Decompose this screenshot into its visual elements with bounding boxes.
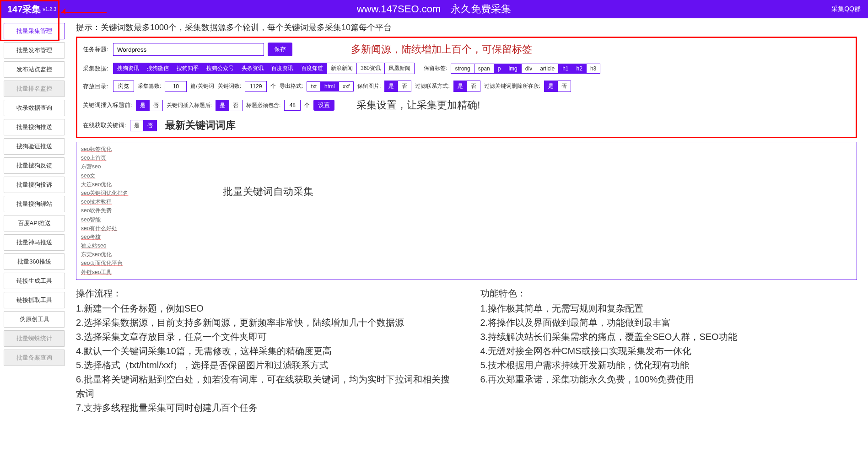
features-title: 功能特色： [480, 286, 857, 301]
tag-pill-div[interactable]: div [522, 64, 536, 74]
title-must-input[interactable] [284, 100, 301, 111]
keep-img-label: 保留图片: [357, 82, 381, 90]
kwaf-pill-是[interactable]: 是 [216, 100, 229, 111]
features-column: 功能特色： 1.操作极其简单，无需写规则和复杂配置2.将操作以及界面做到最简单，… [480, 286, 857, 415]
task-title-input[interactable] [113, 43, 264, 56]
sidebar-item-9[interactable]: 批量搜狗绑站 [4, 196, 65, 212]
sidebar-item-1[interactable]: 批量发布管理 [4, 42, 65, 59]
sidebar-item-17: 批量备案查询 [4, 350, 65, 366]
keepimg-pill-否[interactable]: 否 [398, 81, 411, 92]
fkwsec-pill-否[interactable]: 否 [558, 81, 571, 92]
task-title-label: 任务标题: [83, 45, 109, 54]
source-pill-百度资讯[interactable]: 百度资讯 [268, 63, 297, 74]
sources-group: 搜狗资讯搜狗微信搜狗知乎搜狗公众号头条资讯百度资讯百度知道新浪新闻360资讯凤凰… [113, 63, 415, 74]
sidebar-item-3: 批量排名监控 [4, 81, 65, 97]
tag-pill-h1[interactable]: h1 [559, 64, 572, 74]
source-pill-百度知道[interactable]: 百度知道 [297, 63, 327, 74]
header-center-text: www.147SEO.com 永久免费采集 [357, 2, 511, 16]
kw-count-label: 关键词数: [218, 82, 241, 90]
keyword-item: seo考核 [81, 233, 852, 242]
tag-pill-h3[interactable]: h3 [587, 64, 600, 74]
red-arrow-icon [61, 6, 107, 17]
kw-after-title-label: 关键词插入标题后: [167, 102, 212, 109]
fcontact-pill-否[interactable]: 否 [467, 81, 480, 92]
per-kw-input[interactable] [165, 81, 187, 92]
sidebar-item-10[interactable]: 百度API推送 [4, 215, 65, 231]
kwbf-pill-是[interactable]: 是 [136, 100, 150, 111]
title-must-label: 标题必须包含: [246, 102, 280, 109]
kw-count-input[interactable] [245, 81, 267, 92]
per-kw-label: 采集篇数: [138, 82, 161, 90]
tag-pill-img[interactable]: img [505, 64, 521, 74]
process-column: 操作流程： 1.新建一个任务标题，例如SEO2.选择采集数据源，目前支持多新闻源… [76, 286, 453, 415]
process-line: 1.新建一个任务标题，例如SEO [76, 301, 453, 316]
keyword-item: 独立站seo [81, 242, 852, 250]
sidebar-item-6[interactable]: 搜狗验证推送 [4, 138, 65, 155]
feature-line: 1.操作极其简单，无需写规则和复杂配置 [480, 301, 857, 316]
tag-pill-p[interactable]: p [494, 64, 505, 74]
source-pill-凤凰新闻[interactable]: 凤凰新闻 [385, 63, 415, 74]
process-line: 3.选择采集文章存放目录，任意一个文件夹即可 [76, 330, 453, 344]
process-line: 2.选择采集数据源，目前支持多新闻源，更新频率非常快，陆续增加几十个数据源 [76, 316, 453, 330]
filter-kw-section-label: 过滤关键词删除所在段: [484, 82, 540, 90]
sources-label: 采集数据: [83, 65, 109, 73]
kwaf-pill-否[interactable]: 否 [229, 100, 243, 111]
keepimg-pill-是[interactable]: 是 [384, 81, 398, 92]
source-pill-搜狗资讯[interactable]: 搜狗资讯 [113, 63, 143, 74]
onlinekw-pill-是[interactable]: 是 [130, 120, 144, 131]
sidebar: 批量采集管理批量发布管理发布站点监控批量排名监控收录数据查询批量搜狗推送搜狗验证… [0, 18, 69, 424]
title-must-unit: 个 [304, 102, 310, 109]
online-kw-label: 在线获取关键词: [83, 121, 126, 129]
sidebar-item-15[interactable]: 伪原创工具 [4, 311, 65, 328]
sidebar-item-2[interactable]: 发布站点监控 [4, 61, 65, 78]
sidebar-item-4[interactable]: 收录数据查询 [4, 100, 65, 116]
sidebar-item-13[interactable]: 链接生成工具 [4, 273, 65, 289]
source-pill-360资讯[interactable]: 360资讯 [357, 63, 385, 74]
source-pill-新浪新闻[interactable]: 新浪新闻 [327, 63, 357, 74]
keywords-textarea[interactable]: 批量关键词自动采集 seo标签优化seo上首页东营seoseo文大连seo优化s… [76, 142, 857, 280]
kwbf-pill-否[interactable]: 否 [150, 100, 163, 111]
tag-pill-strong[interactable]: strong [451, 64, 474, 74]
tag-pill-span[interactable]: span [474, 64, 494, 74]
sidebar-item-8[interactable]: 批量搜狗投诉 [4, 177, 65, 193]
keyword-item: seo标签优化 [81, 145, 852, 154]
kw-before-title-group: 是否 [136, 100, 163, 111]
per-kw-unit: 篇/关键词 [190, 82, 214, 90]
keyword-item: seo页面优化平台 [81, 259, 852, 268]
kw-count-unit: 个 [270, 82, 276, 90]
sidebar-item-7[interactable]: 批量搜狗反馈 [4, 157, 65, 174]
onlinekw-pill-否[interactable]: 否 [144, 120, 157, 131]
export-fmt-label: 导出格式: [280, 82, 303, 90]
feature-line: 3.持续解决站长们采集需求的痛点，覆盖全SEO人群，SEO功能 [480, 330, 857, 344]
source-pill-搜狗微信[interactable]: 搜狗微信 [143, 63, 173, 74]
source-pill-搜狗知乎[interactable]: 搜狗知乎 [173, 63, 203, 74]
latest-kw-title: 最新关键词词库 [165, 118, 236, 132]
sidebar-item-5[interactable]: 批量搜狗推送 [4, 119, 65, 135]
source-pill-头条资讯[interactable]: 头条资讯 [238, 63, 268, 74]
title-must-set-button[interactable]: 设置 [313, 100, 334, 111]
filter-contact-group: 是否 [453, 81, 480, 92]
fkwsec-pill-是[interactable]: 是 [544, 81, 558, 92]
feature-line: 5.技术根据用户需求持续开发新功能，优化现有功能 [480, 358, 857, 372]
source-pill-搜狗公众号[interactable]: 搜狗公众号 [203, 63, 238, 74]
qq-group-link[interactable]: 采集QQ群 [831, 5, 861, 13]
tag-pill-h2[interactable]: h2 [573, 64, 587, 74]
keyword-item: seo上首页 [81, 154, 852, 162]
tag-pill-article[interactable]: article [536, 64, 559, 74]
sidebar-item-0[interactable]: 批量采集管理 [4, 23, 65, 39]
keyword-item: seo有什么好处 [81, 224, 852, 233]
fcontact-pill-是[interactable]: 是 [453, 81, 467, 92]
fmt-pill-xxf[interactable]: xxf [339, 81, 354, 91]
sidebar-item-16: 批量蜘蛛统计 [4, 330, 65, 347]
fmt-pill-txt[interactable]: txt [307, 81, 321, 91]
sidebar-item-12[interactable]: 批量360推送 [4, 253, 65, 270]
sidebar-item-11[interactable]: 批量神马推送 [4, 234, 65, 251]
sidebar-item-14[interactable]: 链接抓取工具 [4, 292, 65, 308]
browse-button[interactable]: 浏览 [113, 81, 134, 92]
fmt-pill-html[interactable]: html [321, 81, 339, 91]
save-button[interactable]: 保存 [268, 43, 292, 56]
keyword-item: seo文 [81, 172, 852, 180]
app-version: v1.2.3 [43, 6, 56, 12]
main-panel: 提示：关键词数最多1000个，采集数据源多个轮训，每个关键词最多采集10篇每个平… [69, 18, 868, 424]
settings-box: 任务标题: 保存 多新闻源，陆续增加上百个，可保留标签 采集数据: 搜狗资讯搜狗… [76, 37, 857, 138]
